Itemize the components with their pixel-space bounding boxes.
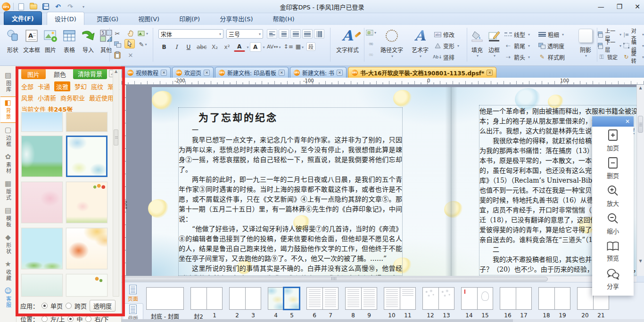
word-art-button[interactable]: A 艺术字 ▾ — [408, 28, 432, 58]
link-icon[interactable]: ∞ — [366, 39, 376, 48]
rotate-button[interactable]: ↻旋转▾ — [623, 51, 644, 63]
sidebar-item-template[interactable]: ▤模板 — [0, 205, 16, 230]
doc-tab-current-book[interactable]: DPS书-大16开软皮平装-文档190801-1135.dpsf*✕ — [348, 67, 497, 78]
close-button[interactable]: ✕ — [635, 3, 640, 10]
lock-button[interactable]: ⚿锁定 — [598, 51, 621, 63]
canvas-vertical-scrollbar[interactable]: ▲ ▼ — [636, 85, 644, 276]
zoom-out-button[interactable]: 缩小 — [592, 210, 634, 238]
page-cell[interactable] — [462, 288, 477, 309]
crop-tool-icon[interactable]: ▾ — [138, 29, 148, 38]
share-button[interactable]: 分享 — [592, 266, 634, 293]
copy-icon[interactable] — [112, 40, 123, 49]
thumb-pair[interactable]: 1819 — [538, 287, 570, 320]
line-spacing-button[interactable]: ↕≡ — [284, 43, 293, 50]
vertical-layout-button[interactable]: Ab↓竖排 — [434, 51, 465, 63]
delete-page-button[interactable]: 删页 — [592, 154, 634, 182]
category-scenery[interactable]: 风景 — [21, 93, 33, 102]
thumb-pair[interactable]: 89 — [345, 287, 377, 320]
underline-button[interactable]: U — [183, 42, 194, 52]
path-text-button[interactable]: 路径文字 ▾ — [377, 28, 406, 58]
single-page-radio[interactable] — [41, 303, 48, 309]
vscroll-thumb[interactable] — [638, 116, 643, 133]
thumb-pair-current[interactable]: 45 — [268, 287, 300, 320]
page-cell[interactable] — [147, 288, 183, 309]
unlink-icon[interactable]: ∞ — [366, 49, 376, 59]
bg-thumb-balloons[interactable] — [66, 182, 107, 223]
page-cell[interactable] — [539, 288, 554, 309]
shadow-button[interactable]: 阴影 ▾ — [576, 28, 595, 58]
italic-button[interactable]: I — [171, 42, 182, 52]
tab-file[interactable]: 文件(F) — [4, 11, 42, 25]
page-cell[interactable] — [500, 288, 516, 309]
sidebar-item-shape[interactable]: ◆形状 — [0, 232, 16, 257]
page-cell[interactable] — [384, 288, 400, 309]
align-left-icon[interactable] — [267, 29, 277, 39]
border-button[interactable]: 边框 ▾ — [487, 28, 502, 58]
category-dream[interactable]: 梦幻 — [74, 82, 87, 91]
close-tab-icon[interactable]: ✕ — [161, 70, 167, 76]
panel-tab-color[interactable]: 颜色 — [49, 69, 71, 79]
page-cell[interactable] — [423, 288, 438, 309]
clear-background-button[interactable]: 清除背景 — [73, 68, 107, 79]
sidebar-item-layout[interactable]: ▦版式 — [0, 178, 16, 203]
panel-scroll-thumb[interactable] — [114, 129, 118, 145]
thumb-pair[interactable]: 1617 — [500, 287, 532, 320]
bg-thumb-white-flowers[interactable] — [66, 274, 107, 297]
page-cell[interactable] — [230, 288, 245, 309]
sidebar-item-background[interactable]: ◧背景 — [0, 97, 16, 123]
text-style-button[interactable]: A 文字样式 — [333, 28, 362, 54]
thumb-pair[interactable]: 1213 — [422, 287, 454, 320]
page-cell[interactable] — [578, 288, 593, 309]
thumbnail-scrollbar[interactable] — [122, 319, 644, 322]
add-page-button[interactable]: 加页 — [592, 127, 634, 154]
align-center-icon[interactable] — [279, 29, 289, 39]
page-cell[interactable] — [477, 288, 493, 309]
superscript-button[interactable]: x² — [222, 42, 233, 52]
spread-radio[interactable] — [66, 303, 72, 309]
insert-shape-button[interactable]: 形状 — [4, 28, 22, 54]
cut-icon[interactable]: ✂ — [112, 29, 123, 38]
doc-tab-book[interactable]: DPS新建文档: 书✕ — [290, 67, 347, 78]
canvas-area[interactable]: 100 为了忘却的纪念 一 我早已想写一点文字，来记念几个青年的作家。这并非为了… — [122, 85, 644, 276]
canvas-horizontal-scrollbar[interactable] — [122, 276, 636, 282]
pen-tool-icon[interactable]: ✎▾ — [138, 40, 148, 49]
char-spacing-button[interactable]: AV↔▾ — [267, 44, 281, 50]
highlight-color-button[interactable]: A — [250, 42, 261, 52]
close-tab-icon[interactable]: ✕ — [204, 70, 210, 76]
page-cell[interactable] — [191, 288, 206, 309]
bold-button[interactable]: B — [158, 42, 170, 52]
doc-tab-print-board[interactable]: DPS新建文档: 印品看板✕ — [215, 67, 289, 78]
restore-button[interactable]: ❐ — [617, 3, 623, 10]
sidebar-item-favorites[interactable]: ★收藏 — [0, 258, 16, 284]
modify-button[interactable]: abc修改 — [434, 29, 465, 40]
font-size-select[interactable]: 三号▾ — [226, 29, 263, 39]
strikethrough-button[interactable]: abc — [195, 42, 208, 52]
page-cell[interactable] — [307, 288, 322, 309]
import-button[interactable]: 导入 — [79, 28, 97, 54]
thumb-pair[interactable]: 23 — [229, 287, 261, 320]
zoom-in-button[interactable]: 放大 — [592, 182, 634, 210]
close-tab-icon[interactable]: ✕ — [487, 70, 493, 76]
bg-thumb-pink[interactable] — [21, 182, 63, 223]
page-cell[interactable] — [245, 288, 261, 309]
arrow-head-button[interactable]: ⇢箭头▾ — [504, 51, 536, 63]
thumb-pair[interactable]: 封21 — [190, 287, 223, 320]
bg-thumb-pale-teal[interactable] — [21, 274, 63, 297]
tab-print[interactable]: 印刷(P) — [172, 12, 207, 25]
arrow-tail-button[interactable]: ⇠箭尾▾ — [504, 40, 536, 51]
delete-object-icon[interactable]: ✕ — [125, 50, 136, 60]
subscript-button[interactable]: X₂ — [209, 42, 221, 52]
bg-thumb-pastel-selected[interactable] — [66, 136, 107, 177]
thumbnail-scroll-thumb[interactable] — [122, 319, 513, 322]
page-cell[interactable] — [438, 288, 454, 309]
thumb-pair[interactable]: 1415 — [461, 287, 493, 320]
page-cell-selected[interactable] — [284, 288, 299, 309]
tab-design[interactable]: 设计(D) — [47, 12, 84, 25]
insert-table-button[interactable]: 表格 — [60, 28, 78, 54]
page-cell[interactable] — [322, 288, 338, 309]
category-fresh[interactable]: 小清新 — [38, 93, 56, 102]
pan-hand-icon[interactable] — [125, 29, 136, 38]
tab-page[interactable]: 页面(G) — [89, 12, 126, 25]
panel-scrollbar[interactable]: ▲ — [113, 68, 119, 297]
page-view-toggle[interactable]: 页面 — [123, 284, 143, 303]
